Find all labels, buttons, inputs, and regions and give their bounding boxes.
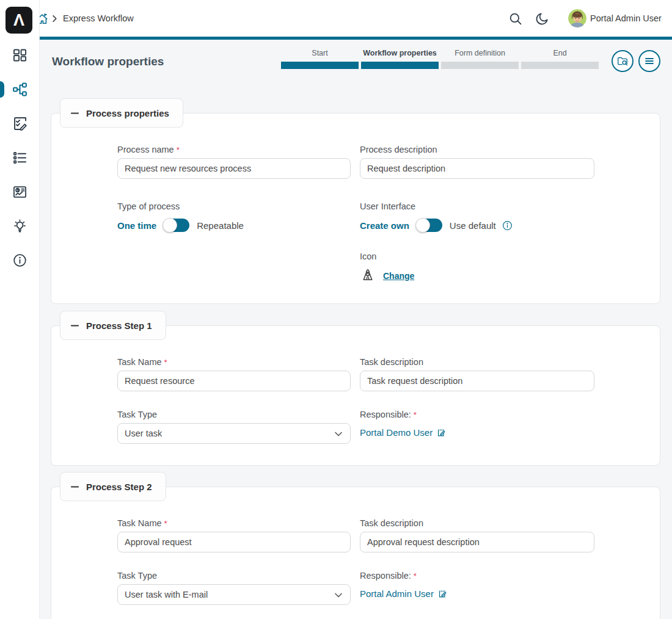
sidebar-item-processes[interactable] [10,79,29,99]
process-step-1-legend: Process Step 1 [60,311,166,340]
icon-label: Icon [360,252,376,261]
sidebar-item-statistics[interactable] [10,182,29,201]
process-name-label: Process name* [117,145,180,154]
assign-edit-icon [436,428,446,438]
sidebar-item-info[interactable] [10,250,29,270]
step-bar [521,62,599,69]
user-interface-toggle-row: Create own Use default [360,217,513,233]
responsible-user-link[interactable]: Portal Demo User [360,427,446,438]
search-button[interactable] [508,10,526,28]
toggle-knob [415,218,430,233]
task-type-value: User task [125,429,162,438]
sidebar-item-dashboard[interactable] [10,45,29,65]
process-tree-icon [12,81,28,98]
progress-step-form-definition: Form definition [441,49,519,69]
case-list-icon [12,150,28,166]
responsible-user-link[interactable]: Portal Admin User [360,588,447,599]
step-label: End [521,49,599,57]
chevron-down-icon [334,590,343,600]
sidebar-item-improvement[interactable] [10,216,29,236]
task-type-select[interactable]: User task with E-mail [117,584,351,605]
use-default-label: Use default [450,220,496,231]
progress-step-end: End [521,49,599,69]
user-interface-toggle[interactable] [417,219,442,232]
progress-step-workflow-properties: Workflow properties [361,49,439,69]
user-avatar[interactable] [568,9,586,27]
header-menu-button[interactable] [638,50,660,72]
process-step-1-panel: Process Step 1 Task Name* Task descripti… [51,325,660,466]
info-icon[interactable] [502,220,513,231]
responsible-label: Responsible:* [360,410,417,419]
process-step-2-panel: Process Step 2 Task Name* Task descripti… [51,487,660,619]
task-description-input[interactable] [360,532,594,552]
dark-mode-button[interactable] [534,10,552,28]
required-marker: * [414,410,417,419]
required-marker: * [177,145,180,154]
progress-step-start: Start [281,49,359,69]
search-icon [508,11,524,27]
task-name-input[interactable] [117,371,351,391]
step-bar [361,62,439,69]
collapse-icon[interactable] [70,482,79,491]
avatar-photo-icon [568,9,586,27]
lambda-logo-glyph: Λ [13,12,24,29]
required-marker: * [164,519,167,528]
rocket-launch-icon [360,267,376,283]
required-marker: * [414,571,417,581]
one-time-label: One time [117,220,156,231]
active-menu-indicator [0,81,4,98]
task-type-select[interactable]: User task [117,423,351,444]
statistics-board-icon [12,184,28,200]
process-properties-legend: Process properties [60,98,183,128]
info-circle-icon [12,252,28,269]
task-edit-icon [12,115,28,132]
legend-title: Process Step 1 [86,320,152,331]
type-of-process-label: Type of process [117,201,180,211]
menu-lines-icon [644,56,655,67]
task-description-label: Task description [360,518,423,528]
sidebar-item-tasks[interactable] [10,114,29,133]
repeatable-label: Repeatable [197,220,244,231]
task-type-value: User task with E-mail [125,590,208,599]
task-type-label: Task Type [117,410,157,419]
workflow-progress-steps: Start Workflow properties Form definitio… [281,49,599,69]
user-interface-label: User Interface [360,201,415,211]
collapse-icon[interactable] [70,321,79,330]
lightbulb-icon [12,218,28,234]
change-icon-link[interactable]: Change [383,271,414,281]
assign-edit-icon [437,589,447,599]
process-description-input[interactable] [360,158,594,179]
step-label: Workflow properties [361,49,439,57]
process-description-label: Process description [360,145,437,154]
step-bar [441,62,519,69]
dashboard-grid-icon [12,47,28,63]
collapse-icon[interactable] [70,109,79,118]
legend-title: Process properties [86,108,169,118]
step-label: Form definition [441,49,519,57]
saved-workflows-button[interactable] [612,50,634,72]
process-properties-panel: Process properties Process name* Process… [51,113,660,304]
sidebar: Λ [0,0,40,619]
breadcrumb-current[interactable]: Express Workflow [63,13,134,23]
axonivy-logo[interactable]: Λ [5,7,32,34]
toggle-knob [163,218,177,233]
responsible-user-name: Portal Admin User [360,588,434,599]
process-step-2-legend: Process Step 2 [60,472,166,501]
folder-search-icon [616,55,629,67]
sidebar-item-cases[interactable] [10,148,29,167]
task-description-input[interactable] [360,371,594,391]
chevron-down-icon [334,429,343,439]
user-name[interactable]: Portal Admin User [590,13,662,23]
topbar: Express Workflow Portal Admin User [0,0,672,37]
responsible-label: Responsible:* [360,571,417,581]
task-type-label: Task Type [117,571,157,581]
moon-icon [534,11,550,27]
type-of-process-toggle[interactable] [164,219,189,232]
chevron-right-icon [50,14,59,23]
task-description-label: Task description [360,357,423,367]
process-name-input[interactable] [117,158,351,179]
task-name-input[interactable] [117,532,351,552]
page-title: Workflow properties [52,55,164,68]
content-accent-border [39,37,672,40]
task-name-label: Task Name* [117,518,167,528]
